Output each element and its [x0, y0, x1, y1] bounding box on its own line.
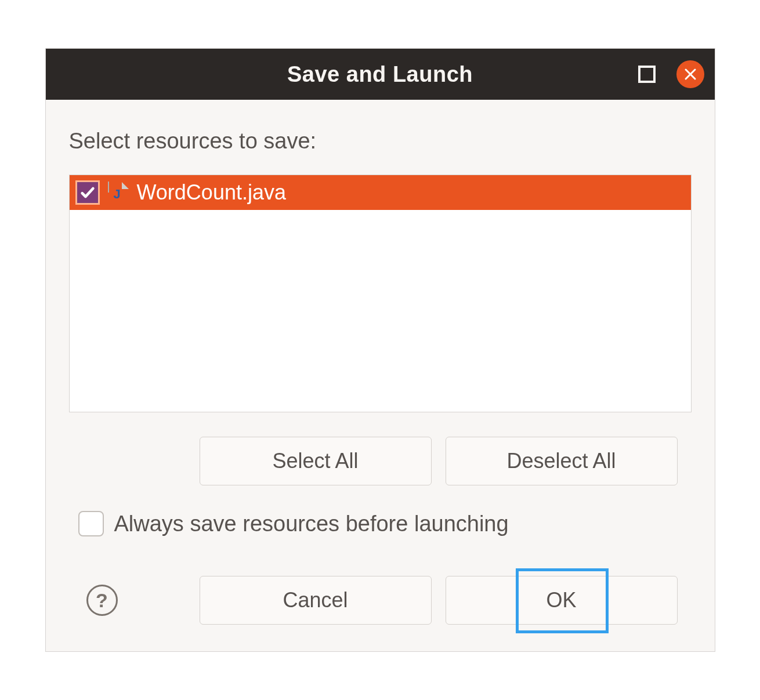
help-icon[interactable]: ?: [86, 585, 118, 616]
dialog-footer: ? Cancel OK: [69, 576, 692, 628]
close-button[interactable]: [676, 60, 704, 88]
ok-label: OK: [546, 588, 576, 612]
always-save-row: Always save resources before launching: [69, 511, 692, 536]
resource-list[interactable]: J WordCount.java: [69, 175, 692, 412]
select-all-button[interactable]: Select All: [200, 437, 432, 485]
selection-button-row: Select All Deselect All: [69, 437, 692, 485]
ok-button[interactable]: OK: [446, 576, 678, 625]
dialog-content: Select resources to save: J WordCount.ja…: [46, 100, 715, 651]
maximize-icon[interactable]: [638, 66, 656, 83]
titlebar: Save and Launch: [46, 49, 715, 100]
always-save-checkbox[interactable]: [78, 511, 104, 536]
window-controls: [638, 49, 704, 100]
java-file-icon: J: [108, 182, 129, 203]
deselect-all-button[interactable]: Deselect All: [446, 437, 678, 485]
prompt-label: Select resources to save:: [69, 129, 692, 154]
cancel-button[interactable]: Cancel: [200, 576, 432, 625]
resource-name: WordCount.java: [137, 180, 286, 205]
save-and-launch-dialog: Save and Launch Select resources to save…: [45, 48, 715, 652]
resource-checkbox[interactable]: [75, 180, 100, 205]
dialog-title: Save and Launch: [46, 62, 715, 87]
checkmark-icon: [79, 184, 96, 201]
always-save-label: Always save resources before launching: [114, 512, 509, 536]
close-icon: [683, 67, 697, 81]
list-item[interactable]: J WordCount.java: [70, 175, 691, 210]
